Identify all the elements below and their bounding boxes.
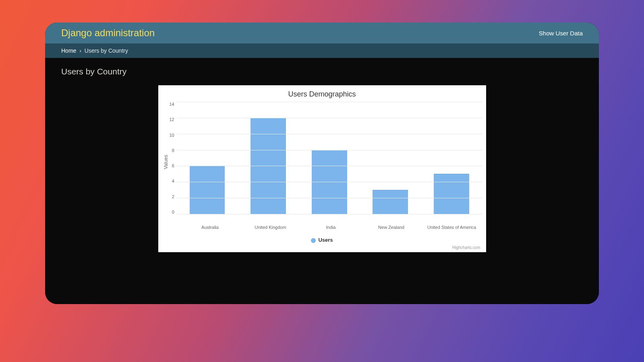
- y-tick-label: 0: [172, 210, 174, 214]
- y-tick-label: 8: [172, 148, 174, 153]
- chart-bar[interactable]: [373, 190, 408, 214]
- show-user-data-link[interactable]: Show User Data: [539, 30, 583, 37]
- bar-slot: [238, 102, 299, 214]
- breadcrumb: Home › Users by Country: [45, 43, 599, 58]
- chart-bar[interactable]: [434, 174, 469, 214]
- y-axis-ticks: 14121086420: [170, 102, 177, 214]
- bar-slot: [360, 102, 421, 214]
- x-tick-label: United States of America: [422, 225, 482, 230]
- chart-body: Values 14121086420: [162, 102, 482, 222]
- page-title: Users by Country: [61, 67, 583, 76]
- y-tick-label: 12: [170, 117, 174, 122]
- chart-legend[interactable]: Users: [162, 237, 482, 243]
- y-tick-label: 2: [172, 194, 174, 199]
- legend-label: Users: [318, 237, 333, 243]
- x-tick-label: India: [301, 225, 361, 230]
- breadcrumb-separator: ›: [79, 47, 81, 54]
- x-axis-row: AustraliaUnited KingdomIndiaNew ZealandU…: [162, 222, 482, 230]
- x-tick-label: Australia: [180, 225, 240, 230]
- chart-container: Users Demographics Values 14121086420 Au…: [158, 85, 486, 252]
- x-tick-label: United Kingdom: [240, 225, 301, 230]
- chart-bars: [177, 102, 482, 214]
- gridline: [177, 118, 482, 118]
- gridline: [177, 134, 482, 134]
- chart-plot-area: [177, 102, 482, 214]
- gridline: [177, 150, 482, 150]
- gridline: [177, 166, 482, 166]
- y-tick-label: 10: [170, 133, 174, 138]
- y-tick-label: 4: [172, 179, 174, 183]
- x-tick-label: New Zealand: [361, 225, 422, 230]
- breadcrumb-home-link[interactable]: Home: [61, 47, 76, 54]
- y-axis-label: Values: [162, 155, 170, 169]
- chart-credit[interactable]: Highcharts.com: [162, 245, 482, 250]
- gridline: [177, 214, 482, 214]
- header-bar: Django administration Show User Data: [45, 23, 599, 43]
- breadcrumb-current: Users by Country: [85, 47, 128, 54]
- gridline: [177, 182, 482, 182]
- bar-slot: [177, 102, 238, 214]
- bar-slot: [299, 102, 360, 214]
- y-tick-label: 14: [170, 102, 174, 107]
- chart-title: Users Demographics: [162, 90, 482, 99]
- chart-bar[interactable]: [190, 166, 225, 214]
- gridline: [177, 102, 482, 102]
- bar-slot: [421, 102, 482, 214]
- content-area: Users by Country Users Demographics Valu…: [45, 58, 599, 304]
- x-axis-ticks: AustraliaUnited KingdomIndiaNew ZealandU…: [180, 225, 482, 230]
- y-tick-label: 6: [172, 163, 174, 168]
- gridline: [177, 198, 482, 198]
- legend-swatch-icon: [311, 238, 316, 243]
- admin-panel: Django administration Show User Data Hom…: [45, 23, 599, 304]
- site-title[interactable]: Django administration: [61, 27, 155, 39]
